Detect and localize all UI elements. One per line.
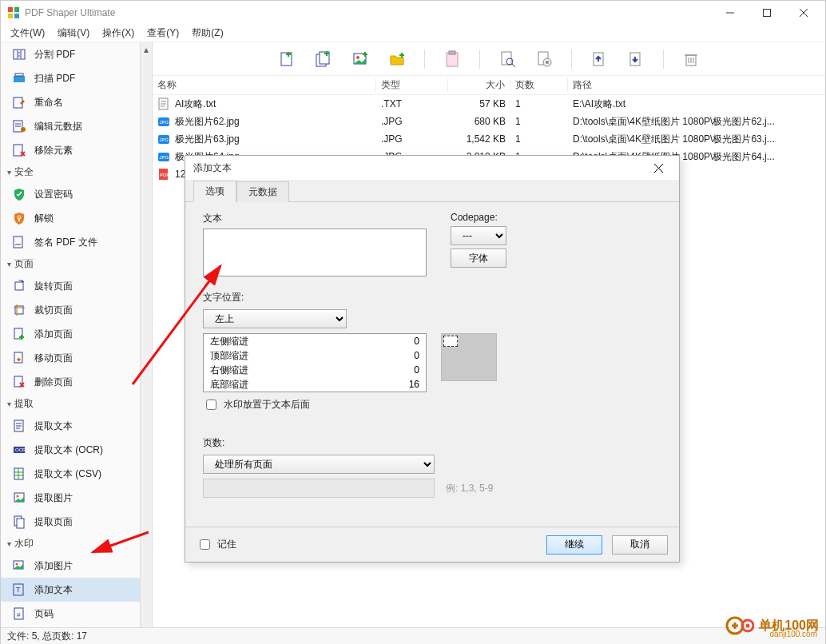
menu-file[interactable]: 文件(W) (4, 25, 51, 42)
sidebar-item-sign[interactable]: 签名 PDF 文件 (1, 230, 140, 254)
sidebar-item-split[interactable]: 分割 PDF (1, 42, 140, 66)
dialog-close-button[interactable] (642, 157, 674, 179)
watermark-url: danji100.com (770, 630, 817, 638)
search-file-icon[interactable] (498, 50, 517, 69)
sidebar-item-extract-ocr[interactable]: OCR提取文本 (OCR) (1, 438, 140, 462)
behind-text-input[interactable] (206, 400, 216, 410)
paste-icon[interactable] (443, 50, 462, 69)
move-down-icon[interactable] (626, 50, 645, 69)
col-size[interactable]: 大小 (448, 78, 510, 92)
svg-rect-69 (449, 51, 455, 54)
svg-rect-3 (14, 14, 19, 18)
menu-help[interactable]: 帮助(Z) (185, 25, 229, 42)
sidebar-item-remove-element[interactable]: 移除元素 (1, 138, 140, 162)
font-button[interactable]: 字体 (451, 248, 506, 268)
sidebar-item-shield-orange[interactable]: 解锁 (1, 206, 140, 230)
col-name[interactable]: 名称 (153, 78, 376, 92)
move-up-icon[interactable] (590, 50, 609, 69)
menu-edit[interactable]: 编辑(V) (51, 25, 96, 42)
page-number-icon: # (12, 606, 26, 621)
svg-rect-8 (14, 50, 18, 59)
sidebar-item-label: 提取页面 (34, 515, 73, 529)
sidebar-item-extract-csv[interactable]: 提取文本 (CSV) (1, 462, 140, 486)
sidebar-item-move-page[interactable]: 移动页面 (1, 346, 140, 370)
sidebar-item-label: 分割 PDF (34, 48, 75, 62)
col-pages[interactable]: 页数 (510, 78, 568, 92)
file-path: E:\AI攻略.txt (568, 97, 825, 111)
svg-rect-9 (21, 50, 25, 59)
close-button[interactable] (785, 1, 822, 25)
scroll-up-icon[interactable]: ▴ (141, 44, 152, 54)
file-row[interactable]: AI攻略.txt.TXT57 KB1E:\AI攻略.txt (153, 95, 825, 113)
sidebar-item-label: 编辑元数据 (34, 120, 82, 133)
menu-action[interactable]: 操作(X) (96, 25, 141, 42)
sidebar-group-title: 安全 (14, 165, 34, 179)
sidebar-item-extract-page[interactable]: 提取页面 (1, 510, 140, 534)
file-name: 极光图片63.jpg (175, 133, 240, 146)
delete-icon[interactable] (681, 50, 701, 69)
margin-left-value: 0 (414, 334, 419, 348)
titlebar: PDF Shaper Ultimate (1, 1, 825, 25)
svg-point-46 (17, 495, 19, 498)
sidebar-item-add-text[interactable]: T添加文本 (1, 578, 140, 602)
chevron-down-icon: ▾ (7, 539, 11, 548)
sidebar-item-add-page[interactable]: 添加页面 (1, 322, 140, 346)
position-select[interactable]: 左上 (203, 309, 347, 328)
col-path[interactable]: 路径 (568, 78, 825, 92)
sidebar-group-2[interactable]: ▾提取 (1, 394, 140, 414)
chevron-down-icon: ▾ (7, 260, 11, 268)
svg-rect-11 (14, 76, 25, 82)
delete-page-icon (12, 375, 26, 389)
add-files-icon[interactable] (314, 50, 333, 69)
sidebar-item-extract-text[interactable]: 提取文本 (1, 414, 140, 438)
maximize-button[interactable] (749, 1, 785, 25)
sidebar-group-3[interactable]: ▾水印 (1, 534, 140, 554)
sidebar-item-rename[interactable]: 重命名 (1, 90, 140, 114)
add-folder-icon[interactable] (387, 50, 407, 69)
minimize-button[interactable] (712, 1, 749, 25)
codepage-select[interactable]: --- (451, 226, 506, 245)
behind-text-checkbox[interactable]: 水印放置于文本后面 (203, 397, 661, 412)
svg-text:T: T (16, 586, 21, 594)
text-input[interactable] (203, 229, 427, 276)
svg-text:JPG: JPG (160, 137, 169, 142)
remember-checkbox[interactable]: 记住 (197, 537, 236, 552)
margins-box[interactable]: 左侧缩进0 顶部缩进0 右侧缩进0 底部缩进16 (203, 333, 427, 392)
add-image-icon (12, 559, 26, 573)
add-image-icon[interactable] (351, 50, 370, 69)
continue-button[interactable]: 继续 (546, 535, 602, 555)
sidebar-item-delete-page[interactable]: 删除页面 (1, 370, 140, 394)
add-text-dialog: 添加文本 选项 元数据 文本 Codepage: --- 字体 文字位置: 左上 (185, 155, 680, 563)
cancel-button[interactable]: 取消 (612, 535, 668, 555)
behind-text-label: 水印放置于文本后面 (224, 398, 310, 411)
tab-metadata[interactable]: 元数据 (236, 181, 289, 202)
pages-select[interactable]: 处理所有页面 (203, 455, 435, 474)
sidebar-item-label: 签名 PDF 文件 (34, 236, 97, 249)
tab-options[interactable]: 选项 (193, 181, 236, 202)
sidebar-item-shield-green[interactable]: 设置密码 (1, 182, 140, 206)
file-row[interactable]: JPG极光图片63.jpg.JPG1,542 KB1D:\tools\桌面\4K… (153, 130, 825, 148)
add-text-icon: T (12, 582, 26, 597)
menu-view[interactable]: 查看(Y) (141, 25, 185, 42)
remember-input[interactable] (200, 539, 210, 550)
extract-ocr-icon: OCR (12, 443, 26, 457)
sidebar-item-rotate[interactable]: 旋转页面 (1, 274, 140, 298)
sidebar-item-extract-image[interactable]: 提取图片 (1, 486, 140, 510)
margin-top-label: 顶部缩进 (210, 348, 248, 363)
sidebar-item-page-number[interactable]: #页码 (1, 602, 140, 626)
rename-icon (12, 95, 26, 109)
sidebar-group-1[interactable]: ▾页面 (1, 254, 140, 274)
col-type[interactable]: 类型 (376, 78, 448, 92)
sidebar-item-metadata[interactable]: 编辑元数据 (1, 114, 140, 138)
sidebar-item-add-image[interactable]: 添加图片 (1, 554, 140, 578)
sidebar-item-crop[interactable]: 裁切页面 (1, 298, 140, 322)
sidebar-scrollbar[interactable]: ▴ (141, 42, 153, 627)
sidebar-item-scan[interactable]: 扫描 PDF (1, 66, 140, 90)
extract-csv-icon (12, 467, 26, 481)
remember-label: 记住 (217, 538, 236, 551)
add-file-icon[interactable] (277, 50, 296, 69)
sidebar-group-0[interactable]: ▾安全 (1, 162, 140, 182)
shield-green-icon (12, 187, 26, 201)
file-row[interactable]: JPG极光图片62.jpg.JPG680 KB1D:\tools\桌面\4K壁纸… (153, 113, 825, 130)
settings-file-icon[interactable] (534, 50, 554, 69)
